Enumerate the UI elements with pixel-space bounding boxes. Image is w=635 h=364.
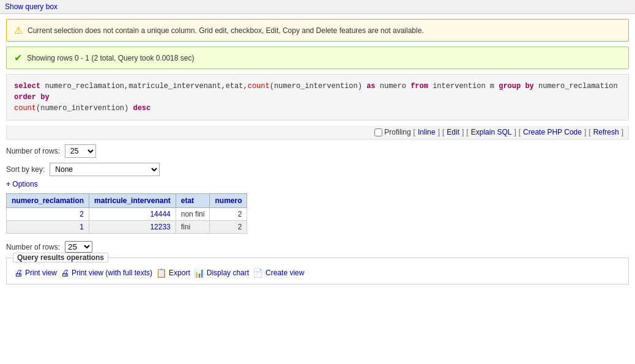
operations-title: Query results operations — [13, 253, 108, 262]
cell-etat: non fini — [176, 208, 210, 221]
print-view-full-text: Print view (with full texts) — [72, 269, 152, 277]
col-numero-reclamation[interactable]: numero_reclamation — [7, 194, 89, 208]
query-line1: select numero_reclamation,matricule_inte… — [14, 81, 621, 103]
table-header-row: numero_reclamation matricule_intervenant… — [7, 194, 247, 208]
bottom-num-rows-control: Number of rows: 25 50 100 — [6, 241, 629, 253]
sep10: ] — [622, 128, 623, 136]
sql-paren1: (numero_intervention) — [270, 82, 366, 91]
profiling-label[interactable]: Profiling — [374, 128, 410, 136]
sql-count-func2: count — [14, 104, 36, 113]
sep4: ] — [462, 128, 464, 136]
sql-group-text: numero_reclamation — [534, 82, 618, 91]
col-matricule-intervenant[interactable]: matricule_intervenant — [89, 194, 176, 208]
cell-matricule-intervenant[interactable]: 14444 — [89, 208, 176, 221]
success-box: ✔ Showing rows 0 - 1 (2 total, Query too… — [6, 46, 629, 69]
col-etat[interactable]: etat — [176, 194, 210, 208]
sep2: ] — [438, 128, 440, 136]
table-row: 214444non fini2 — [7, 208, 247, 221]
sep9: [ — [589, 128, 590, 136]
explain-sql-link[interactable]: Explain SQL — [471, 128, 512, 136]
toolbar-row: Profiling [ Inline ] [ Edit ] [ Explain … — [6, 125, 629, 139]
sep8: ] — [584, 128, 586, 136]
num-rows-control: Number of rows: 25 50 100 — [6, 144, 629, 158]
options-link[interactable]: + Options — [6, 180, 38, 188]
show-query-box-link[interactable]: Show query box — [5, 2, 58, 11]
sep7: [ — [519, 128, 521, 136]
print-full-icon: 🖨 — [61, 268, 69, 278]
sql-desc-keyword: desc — [133, 104, 150, 113]
sep3: [ — [442, 128, 444, 136]
create-view-link[interactable]: 📄 Create view — [253, 268, 304, 278]
sql-line2-text: (numero_intervention) — [36, 104, 133, 113]
warning-box: ⚠ Current selection does not contain a u… — [6, 19, 629, 42]
print-view-link[interactable]: 🖨 Print view — [14, 268, 57, 278]
sql-select-keyword: select — [14, 82, 40, 91]
sql-as-keyword: as — [366, 82, 375, 91]
cell-numero-reclamation[interactable]: 2 — [7, 208, 89, 221]
print-icon: 🖨 — [14, 268, 23, 278]
cell-matricule-intervenant[interactable]: 12233 — [89, 221, 176, 234]
cell-numero-reclamation[interactable]: 1 — [7, 221, 89, 234]
data-table: numero_reclamation matricule_intervenant… — [6, 193, 247, 234]
num-rows-select[interactable]: 25 50 100 — [65, 144, 96, 158]
export-text: Export — [169, 269, 190, 277]
sql-from-text: intervention m — [428, 82, 499, 91]
query-box: select numero_reclamation,matricule_inte… — [6, 74, 629, 121]
sql-as-text: numero — [376, 82, 411, 91]
display-chart-text: Display chart — [207, 269, 249, 277]
cell-etat: fini — [176, 221, 210, 234]
main-content: ⚠ Current selection does not contain a u… — [0, 14, 635, 289]
chart-icon: 📊 — [194, 268, 204, 278]
sql-line1-text: numero_reclamation,matricule_intervenant… — [45, 82, 247, 91]
warning-icon: ⚠ — [14, 24, 23, 36]
sep6: ] — [514, 128, 516, 136]
profiling-checkbox[interactable] — [374, 128, 382, 136]
sql-group-keyword: group by — [499, 82, 534, 91]
inline-link[interactable]: Inline — [418, 128, 436, 136]
num-rows-label: Number of rows: — [6, 147, 60, 155]
sort-by-select[interactable]: None — [50, 163, 160, 176]
col-numero[interactable]: numero — [210, 194, 247, 208]
print-view-full-link[interactable]: 🖨 Print view (with full texts) — [61, 268, 152, 278]
sep1: [ — [414, 128, 415, 136]
create-view-text: Create view — [266, 269, 304, 277]
display-chart-link[interactable]: 📊 Display chart — [194, 268, 249, 278]
sort-by-row: Sort by key: None — [6, 163, 629, 176]
sql-from-keyword: from — [410, 82, 428, 91]
bottom-num-rows-select[interactable]: 25 50 100 — [65, 241, 92, 253]
warning-text: Current selection does not contain a uni… — [28, 26, 424, 35]
sql-count-func: count — [248, 82, 270, 91]
print-view-text: Print view — [25, 269, 57, 277]
success-text: Showing rows 0 - 1 (2 total, Query took … — [27, 54, 194, 62]
sql-order-keyword: order by — [14, 93, 50, 102]
page-wrapper: Show query box ⚠ Current selection does … — [0, 0, 635, 364]
cell-numero: 2 — [210, 208, 247, 221]
export-link[interactable]: 📋 Export — [156, 268, 190, 278]
top-bar: Show query box — [0, 0, 635, 14]
bottom-num-rows-label: Number of rows: — [6, 243, 60, 251]
operations-links: 🖨 Print view 🖨 Print view (with full tex… — [14, 264, 621, 278]
refresh-link[interactable]: Refresh — [593, 128, 619, 136]
profiling-text: Profiling — [384, 128, 410, 136]
create-php-link[interactable]: Create PHP Code — [523, 128, 582, 136]
query-line2: count(numero_intervention) desc — [14, 103, 621, 114]
sep5: [ — [466, 128, 468, 136]
success-icon: ✔ — [14, 52, 22, 64]
operations-section: Query results operations 🖨 Print view 🖨 … — [6, 258, 629, 284]
sort-by-label: Sort by key: — [6, 165, 45, 174]
create-view-icon: 📄 — [253, 268, 263, 278]
export-icon: 📋 — [156, 268, 166, 278]
cell-numero: 2 — [210, 221, 247, 234]
table-row: 112233fini2 — [7, 221, 247, 234]
edit-link[interactable]: Edit — [447, 128, 459, 136]
